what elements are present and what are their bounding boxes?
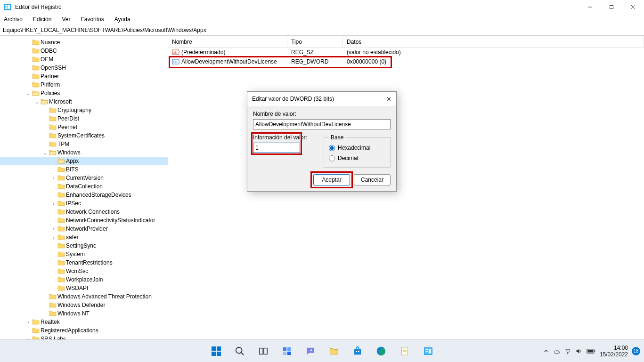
tree-item-label: BITS <box>66 166 79 173</box>
tree-item[interactable]: ›CurrentVersion <box>0 174 168 182</box>
tree-item[interactable]: PeerDist <box>0 114 168 123</box>
tree-item[interactable]: Partner <box>0 72 168 80</box>
expand-chevron-icon[interactable]: › <box>51 201 57 206</box>
volume-icon[interactable] <box>575 347 583 355</box>
radio-decimal[interactable]: Decimal <box>329 153 385 163</box>
tree-item[interactable]: ⌄Policies <box>0 89 168 97</box>
tree-item[interactable]: SystemCertificates <box>0 131 168 140</box>
onedrive-icon[interactable] <box>553 347 560 355</box>
tree-item[interactable]: Windows Defender <box>0 301 168 309</box>
tree-item[interactable]: Piriform <box>0 80 168 89</box>
chat-button[interactable] <box>301 342 320 361</box>
tree-item[interactable]: ›safer <box>0 233 168 241</box>
tree-item-label: ODBC <box>41 48 57 54</box>
start-button[interactable] <box>207 342 226 361</box>
tree-item[interactable]: ›SRS Labs <box>0 335 168 339</box>
tree-item-label: IPSec <box>66 200 81 207</box>
expand-chevron-icon[interactable]: › <box>51 235 57 240</box>
tree-item[interactable]: Windows Advanced Threat Protection <box>0 292 168 301</box>
value-data-label: Información del valor: <box>253 134 315 141</box>
explorer-button[interactable] <box>325 342 343 361</box>
tree-item[interactable]: ODBC <box>0 47 168 55</box>
tree-item[interactable]: OpenSSH <box>0 64 168 72</box>
tree-item[interactable]: BITS <box>0 165 168 174</box>
tree-item[interactable]: WcmSvc <box>0 267 168 275</box>
tree-item[interactable]: Network Connections <box>0 208 168 216</box>
address-bar[interactable]: Equipo\HKEY_LOCAL_MACHINE\SOFTWARE\Polic… <box>0 24 644 36</box>
edge-button[interactable] <box>372 342 391 361</box>
tree-item[interactable]: WSDAPI <box>0 284 168 292</box>
tree-item[interactable]: System <box>0 250 168 258</box>
ok-button[interactable]: Aceptar <box>313 174 350 185</box>
tree-item[interactable]: ›IPSec <box>0 199 168 208</box>
tree-item[interactable]: RegisteredApplications <box>0 326 168 335</box>
svg-rect-22 <box>287 347 290 350</box>
menu-help[interactable]: Ayuda <box>113 15 132 24</box>
base-legend: Base <box>329 134 345 141</box>
tree-item[interactable]: Windows NT <box>0 309 168 318</box>
tree-item[interactable]: ›Realtek <box>0 318 168 326</box>
tree-item[interactable]: ›NetworkProvider <box>0 225 168 233</box>
expand-chevron-icon[interactable]: ⌄ <box>34 99 40 105</box>
tree-item[interactable]: DataCollection <box>0 182 168 191</box>
tree-item[interactable]: ⌄Windows <box>0 148 168 157</box>
tree-item-label: Realtek <box>41 319 60 325</box>
tree-item[interactable]: WorkplaceJoin <box>0 275 168 284</box>
wifi-icon[interactable] <box>564 347 571 355</box>
expand-chevron-icon[interactable]: ⌄ <box>25 91 31 96</box>
tree-item[interactable]: TenantRestrictions <box>0 258 168 267</box>
svg-rect-23 <box>283 351 286 354</box>
tree-item-label: System <box>66 251 85 257</box>
cancel-button[interactable]: Cancelar <box>354 174 391 185</box>
tree-item-label: Windows Defender <box>57 302 105 308</box>
expand-chevron-icon[interactable]: ⌄ <box>42 150 48 155</box>
expand-chevron-icon[interactable]: › <box>25 320 31 325</box>
task-view-button[interactable] <box>254 342 273 361</box>
menu-view[interactable]: Ver <box>60 15 72 24</box>
system-tray[interactable]: 14:00 15/02/2022 18 <box>543 345 640 358</box>
search-button[interactable] <box>230 342 249 361</box>
tree-item[interactable]: Cryptography <box>0 106 168 114</box>
tray-chevron-icon[interactable] <box>543 348 549 354</box>
menu-favorites[interactable]: Favoritos <box>79 15 106 24</box>
registry-tree[interactable]: NuanceODBCOEMOpenSSHPartnerPiriform⌄Poli… <box>0 36 168 339</box>
tree-item[interactable]: Appx <box>0 157 168 165</box>
tree-item[interactable]: ⌄Microsoft <box>0 97 168 106</box>
store-button[interactable] <box>348 342 367 361</box>
minimize-button[interactable] <box>579 0 601 14</box>
list-header: Nombre Tipo Datos <box>168 36 644 48</box>
maximize-button[interactable] <box>601 0 622 14</box>
expand-chevron-icon[interactable]: › <box>51 176 57 181</box>
notification-badge[interactable]: 18 <box>632 347 640 355</box>
tree-item[interactable]: Nuance <box>0 38 168 47</box>
tree-item[interactable]: TPM <box>0 140 168 148</box>
svg-rect-14 <box>217 346 221 351</box>
tree-item[interactable]: SettingSync <box>0 241 168 250</box>
close-button[interactable] <box>622 0 644 14</box>
menu-edit[interactable]: Edición <box>31 15 53 24</box>
menu-file[interactable]: Archivo <box>2 15 24 24</box>
column-data[interactable]: Datos <box>343 36 644 47</box>
dialog-close-button[interactable]: ✕ <box>386 96 391 103</box>
tree-item[interactable]: OEM <box>0 55 168 64</box>
radio-hexadecimal[interactable]: Hexadecimal <box>329 143 385 153</box>
list-row[interactable]: ab(Predeterminado)REG_SZ(valor no establ… <box>168 48 644 57</box>
column-name[interactable]: Nombre <box>168 36 287 47</box>
expand-chevron-icon[interactable]: › <box>51 226 57 232</box>
tree-item-label: WcmSvc <box>66 268 88 274</box>
tree-item[interactable]: EnhancedStorageDevices <box>0 191 168 199</box>
tree-item[interactable]: NetworkConnectivityStatusIndicator <box>0 216 168 225</box>
widgets-button[interactable] <box>277 342 296 361</box>
value-data-field[interactable] <box>253 143 300 153</box>
window-title: Editor del Registro <box>15 4 62 10</box>
column-type[interactable]: Tipo <box>287 36 343 47</box>
regedit-taskbar-button[interactable] <box>419 342 438 361</box>
title-bar: Editor del Registro <box>0 0 644 14</box>
notepad-button[interactable] <box>395 342 414 361</box>
battery-icon[interactable] <box>587 348 596 354</box>
svg-rect-16 <box>217 352 221 356</box>
value-name-field[interactable] <box>253 119 391 129</box>
list-row[interactable]: 011AllowDevelopmentWithoutDevLicenseREG_… <box>168 57 644 66</box>
tree-item[interactable]: Peernet <box>0 123 168 131</box>
svg-rect-21 <box>283 347 286 350</box>
